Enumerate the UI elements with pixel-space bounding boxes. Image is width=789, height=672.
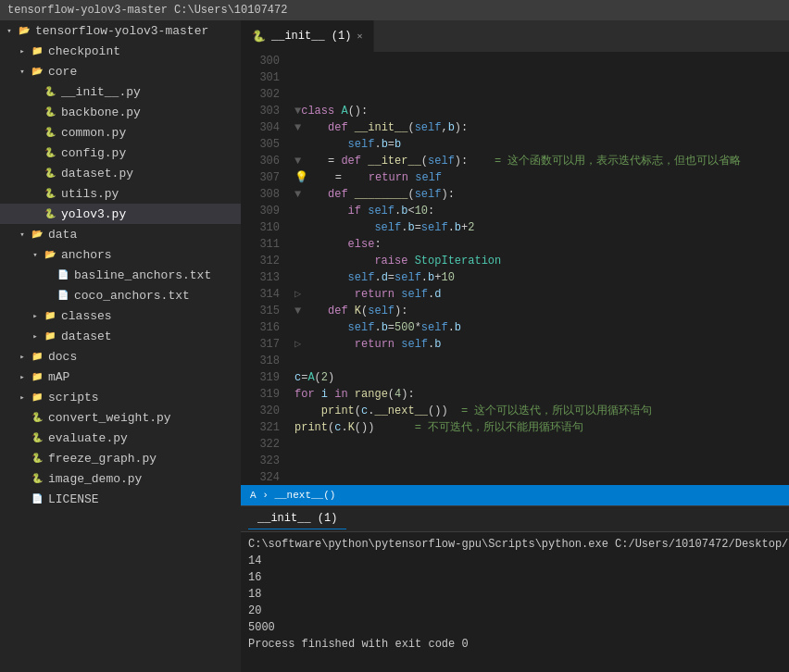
sidebar-item-config[interactable]: 🐍config.py: [0, 143, 241, 163]
op-token: ): [441, 403, 447, 419]
sidebar: ▾📂tensorflow-yolov3-master▸📁checkpoint▾📂…: [0, 20, 241, 672]
code-line: ▼ def ________(self):: [294, 186, 789, 203]
op-token: (: [388, 386, 394, 403]
sp-token: [348, 119, 355, 136]
num-token: 2: [321, 369, 328, 386]
code-content[interactable]: ▼class A():▼ def __init__(self, b): self…: [287, 53, 789, 485]
kw-token: return: [369, 169, 408, 186]
code-line: [294, 469, 789, 485]
sp-token: [315, 386, 321, 403]
self-kw-token: self: [421, 319, 448, 336]
code-line: self.b=self.b+2: [294, 219, 789, 236]
line-number: 324: [241, 469, 280, 485]
op-token: =: [335, 169, 342, 186]
editor-tab-init[interactable]: 🐍 __init__ (1) ✕: [241, 20, 374, 52]
sidebar-item-image_demo[interactable]: 🐍image_demo.py: [0, 468, 241, 489]
sidebar-label: dataset.py: [61, 167, 133, 180]
sp-token: [408, 169, 415, 186]
sidebar-item-common[interactable]: 🐍common.py: [0, 122, 241, 143]
sidebar-item-mAP[interactable]: ▸📁mAP: [0, 367, 241, 387]
sp-token: [301, 119, 328, 136]
folder-icon: 📂: [43, 247, 57, 262]
collapse-token: ▷: [294, 286, 301, 303]
folder-icon: 📁: [43, 308, 57, 323]
sidebar-item-checkpoint[interactable]: ▸📁checkpoint: [0, 41, 241, 61]
line-number: 316: [241, 319, 280, 336]
folder-icon: 📂: [30, 227, 44, 242]
code-line: ▷ return self.b: [294, 336, 789, 353]
sp-token: [294, 203, 348, 219]
sidebar-item-LICENSE[interactable]: 📄LICENSE: [0, 489, 241, 509]
sp-token: [294, 253, 374, 269]
code-line: ▼ = def __iter__(self): = 这个函数可以用，表示迭代标志…: [294, 153, 789, 169]
code-line: else:: [294, 236, 789, 253]
sidebar-label: image_demo.py: [48, 472, 142, 486]
sidebar-item-data[interactable]: ▾📂data: [0, 224, 241, 244]
code-line: [294, 353, 789, 369]
sidebar-item-anchors[interactable]: ▾📂anchors: [0, 244, 241, 265]
num-token: 10: [441, 269, 454, 286]
sidebar-item-root[interactable]: ▾📂tensorflow-yolov3-master: [0, 20, 241, 41]
num-token: 4: [394, 386, 401, 403]
terminal-tab[interactable]: __init__ (1): [248, 508, 346, 529]
op-token: .: [428, 336, 434, 353]
sidebar-item-docs[interactable]: ▸📁docs: [0, 346, 241, 367]
op-token: ): [434, 403, 441, 419]
op-token: .: [448, 219, 455, 236]
op-token: ): [441, 186, 447, 203]
sidebar-item-core[interactable]: ▾📂core: [0, 61, 241, 81]
sp-token: [394, 336, 401, 353]
self-kw-token: self: [428, 153, 455, 169]
line-number: 317: [241, 336, 280, 353]
sidebar-item-coco_anchors[interactable]: 📄coco_anchors.txt: [0, 285, 241, 305]
tab-close-icon[interactable]: ✕: [357, 31, 362, 42]
op-token: :: [461, 119, 468, 136]
op-token: =: [328, 153, 334, 169]
sidebar-item-utils[interactable]: 🐍utils.py: [0, 183, 241, 204]
sidebar-label: data: [48, 228, 77, 242]
op-token: ): [401, 386, 407, 403]
code-line: [294, 436, 789, 453]
sp-token: [328, 386, 334, 403]
sidebar-item-convert_weight[interactable]: 🐍convert_weight.py: [0, 407, 241, 428]
self-kw-token: self: [415, 169, 442, 186]
line-number: 306: [241, 153, 280, 169]
sidebar-item-__init__py[interactable]: 🐍__init__.py: [0, 81, 241, 102]
collapse-token: ▼: [294, 153, 301, 169]
nb-token: b: [455, 219, 461, 236]
sidebar-item-basline_anchors[interactable]: 📄basline_anchors.txt: [0, 265, 241, 285]
collapse-token: ▼: [294, 303, 301, 319]
chevron-icon: ▸: [30, 331, 41, 342]
kw-token: raise: [374, 253, 407, 269]
line-number: 320: [241, 403, 280, 419]
sidebar-label: config.py: [61, 146, 126, 160]
folder-icon: 📂: [17, 23, 31, 38]
code-line: ▼ def K(self):: [294, 303, 789, 319]
code-line: ▼class A():: [294, 103, 789, 119]
self-kw-token: self: [368, 203, 394, 219]
op-token: ): [361, 419, 368, 436]
txt-file-icon: 📄: [56, 268, 70, 282]
sidebar-item-scripts[interactable]: ▸📁scripts: [0, 387, 241, 407]
sidebar-item-classes[interactable]: ▸📁classes: [0, 305, 241, 326]
op-token: (: [361, 303, 368, 319]
sidebar-item-evaluate[interactable]: 🐍evaluate.py: [0, 428, 241, 448]
sidebar-label: classes: [61, 309, 112, 323]
terminal-output-line: 5000: [248, 619, 782, 636]
sidebar-item-backbone[interactable]: 🐍backbone.py: [0, 102, 241, 122]
op-token: :: [374, 236, 381, 253]
sidebar-item-dataset_dir[interactable]: ▸📁dataset: [0, 326, 241, 346]
sp-token: [301, 303, 328, 319]
op-token: ): [455, 153, 461, 169]
sidebar-item-dataset[interactable]: 🐍dataset.py: [0, 163, 241, 183]
nb-token: b: [382, 319, 388, 336]
terminal-output-line: Process finished with exit code 0: [248, 636, 782, 653]
sidebar-label: yolov3.py: [61, 207, 126, 221]
op-token: +: [434, 269, 441, 286]
chevron-icon: ▾: [17, 230, 28, 240]
sidebar-item-yolov3[interactable]: 🐍yolov3.py: [0, 204, 241, 224]
line-number: 309: [241, 203, 280, 219]
terminal-tab-bar: __init__ (1): [241, 506, 789, 532]
kw-token: def: [341, 153, 361, 169]
sidebar-item-freeze_graph[interactable]: 🐍freeze_graph.py: [0, 448, 241, 468]
